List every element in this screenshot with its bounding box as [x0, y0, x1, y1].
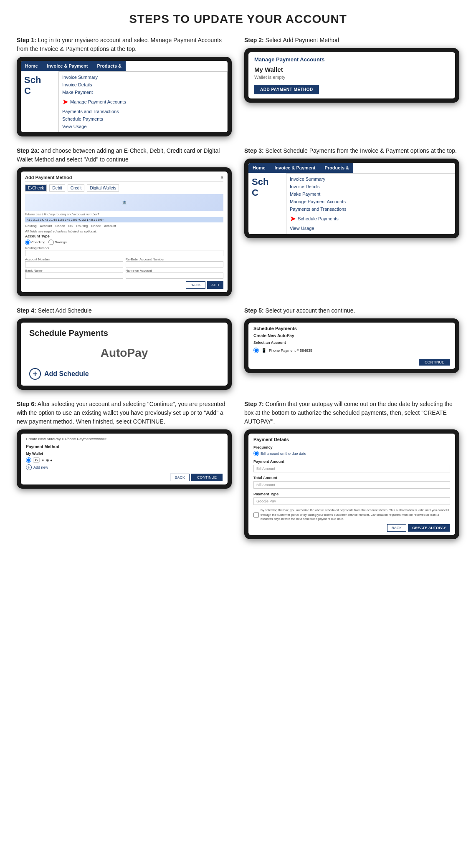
step1-menu-schedule-payments[interactable]: Schedule Payments — [59, 115, 227, 123]
step3-nav-content: Sch C Invoice Summary Invoice Details Ma… — [248, 173, 455, 234]
step7-frequency-section: Frequency Bill amount on the due date — [253, 445, 450, 456]
step2a-routing-field: Routing Number — [25, 246, 223, 256]
step3-block: Step 3: Select Schedule Payments from th… — [244, 146, 459, 296]
step7-authorize-checkbox[interactable] — [253, 508, 259, 522]
step6-add-new[interactable]: + Add new — [26, 464, 223, 470]
step2a-reenter-label: Re-Enter Account Number — [126, 257, 224, 261]
step1-nav-content: Sch C Invoice Summary Invoice Details Ma… — [21, 71, 228, 132]
step2a-account-input[interactable] — [25, 261, 123, 267]
nav-home[interactable]: Home — [21, 61, 42, 71]
step1-menu-make-payment[interactable]: Make Payment — [59, 88, 227, 96]
step2a-reenter-input[interactable] — [126, 261, 224, 267]
step2a-note: All fields are required unless labeled a… — [25, 230, 223, 233]
step5-account-radio[interactable] — [253, 348, 259, 353]
step6-block: Step 6: After selecting your account and… — [17, 400, 232, 539]
step2a-screen-title: Add Payment Method × — [25, 175, 223, 182]
step4-screen-title: Schedule Payments — [29, 328, 219, 338]
step6-back-btn[interactable]: BACK — [170, 474, 190, 481]
step3-left-text2: C — [252, 187, 283, 198]
step4-add-schedule-btn[interactable]: + Add Schedule — [29, 368, 219, 380]
step7-frequency-value: Bill amount on the due date — [253, 451, 450, 456]
step3-menu-view-usage[interactable]: View Usage — [286, 225, 455, 232]
step7-payment-type-section: Payment Type Google Pay — [253, 492, 450, 505]
step7-frequency-radio[interactable] — [253, 451, 259, 456]
step3-nav-products[interactable]: Products & — [320, 163, 353, 173]
step2a-routing-input[interactable] — [25, 250, 223, 256]
step2a-routing-labels: Routing Account Check OK Routing Check A… — [25, 224, 223, 228]
step3-nav-bar: Home Invoice & Payment Products & — [248, 163, 455, 173]
step5-account-option[interactable]: 📱 Phone Payment # 584635 — [253, 346, 450, 355]
step7-total-amount-section: Total Amount Bill Amount — [253, 476, 450, 489]
step1-left-text1: Sch — [24, 75, 55, 86]
tab-debit[interactable]: Debit — [49, 184, 65, 192]
step7-screen-inner: Payment Details Frequency Bill amount on… — [248, 434, 455, 535]
nav-invoice[interactable]: Invoice & Payment — [42, 61, 93, 71]
step7-payment-amount-field[interactable]: Bill Amount — [253, 465, 450, 472]
step2a-name-on-acct-input[interactable] — [126, 273, 224, 279]
step2a-block: Step 2a: and choose between adding an E-… — [17, 146, 232, 296]
step3-menu-invoice-summary[interactable]: Invoice Summary — [286, 175, 455, 183]
step2a-routing-row: Routing Number — [25, 246, 223, 256]
step5-phone-icon: 📱 — [261, 348, 266, 353]
step2a-number-strip: •123123C•321481356•5280•C321481356• — [25, 217, 223, 222]
step2-screen: Manage Payment Accounts My Wallet Wallet… — [244, 48, 459, 103]
step2a-savings-radio[interactable]: Savings — [48, 240, 66, 245]
check-image: 🏦 — [25, 194, 223, 211]
step2-add-payment-btn[interactable]: ADD PAYMENT METHOD — [254, 85, 319, 94]
step2a-account-type: Account Type — [25, 234, 223, 238]
step7-total-amount-field[interactable]: Bill Amount — [253, 481, 450, 489]
step6-screen-inner: Create New AutoPay > Phone Payment######… — [21, 434, 228, 484]
step2a-bank-name-label: Bank Name — [25, 269, 123, 273]
step1-menu-view-usage[interactable]: View Usage — [59, 123, 227, 130]
step6-wallet-option: G ✦ ⊕ ♦ — [26, 457, 223, 463]
step1-screen: Home Invoice & Payment Products & Sch C … — [17, 57, 232, 136]
step3-menu-make-payment[interactable]: Make Payment — [286, 190, 455, 198]
step2a-screen: Add Payment Method × E-Check Debit Credi… — [17, 167, 232, 296]
step4-label: Step 4: Select Add Schedule — [17, 306, 232, 315]
step7-total-amount-label: Total Amount — [253, 476, 450, 480]
step5-continue-btn[interactable]: CONTINUE — [419, 359, 450, 366]
tab-credit[interactable]: Credit — [68, 184, 85, 192]
step2a-close-icon[interactable]: × — [221, 175, 223, 180]
step6-wallet-icons: ✦ ⊕ ♦ — [41, 458, 52, 462]
step3-nav-home[interactable]: Home — [248, 163, 270, 173]
step2a-back-btn[interactable]: BACK — [186, 281, 205, 289]
step1-menu-payments-transactions[interactable]: Payments and Transactions — [59, 108, 227, 115]
step1-menu-invoice-summary[interactable]: Invoice Summary — [59, 73, 227, 81]
step7-create-autopay-btn[interactable]: CREATE AUTOPAY — [408, 524, 450, 532]
step3-nav-invoice[interactable]: Invoice & Payment — [270, 163, 321, 173]
step2a-bank-name-input[interactable] — [25, 273, 123, 279]
step2a-acct-row: Account Number Re-Enter Account Number — [25, 257, 223, 267]
step7-payment-amount-label: Payment Amount — [253, 459, 450, 464]
step1-left-text2: C — [24, 86, 55, 96]
step1-menu-manage-payment[interactable]: ➤Manage Payment Accounts — [59, 96, 227, 108]
step5-select-account: Select an Account — [253, 341, 450, 345]
nav-products[interactable]: Products & — [93, 61, 126, 71]
step2a-btn-row: BACK ADD — [25, 281, 223, 289]
step1-nav-bar: Home Invoice & Payment Products & — [21, 61, 228, 71]
step3-menu-payments-transactions[interactable]: Payments and Transactions — [286, 205, 455, 213]
step6-wallet-radio[interactable] — [26, 457, 31, 463]
step5-create-title: Create New AutoPay — [253, 333, 450, 338]
step2a-add-btn[interactable]: ADD — [207, 281, 223, 289]
step6-breadcrumb: Create New AutoPay > Phone Payment######… — [26, 437, 223, 441]
step4-autopay-label: AutoPay — [29, 346, 219, 360]
step2a-checking-radio[interactable]: Checking — [25, 240, 45, 245]
step3-menu-manage-payment[interactable]: Manage Payment Accounts — [286, 198, 455, 205]
step3-menu-invoice-details[interactable]: Invoice Details — [286, 183, 455, 190]
step2-block: Step 2: Select Add Payment Method Manage… — [244, 36, 459, 136]
step6-continue-btn[interactable]: CONTINUE — [191, 474, 223, 481]
step2-label: Step 2: Select Add Payment Method — [244, 36, 459, 45]
tab-digital-wallets[interactable]: Digital Wallets — [87, 184, 119, 192]
tab-echeck[interactable]: E-Check — [25, 184, 47, 192]
step3-menu-schedule-payments[interactable]: ➤Schedule Payments — [286, 213, 455, 225]
step3-nav-left: Sch C — [248, 173, 286, 234]
step7-back-btn[interactable]: BACK — [387, 524, 407, 532]
step4-screen-inner: Schedule Payments AutoPay + Add Schedule — [21, 323, 228, 386]
step6-gpay-badge: G — [33, 457, 40, 463]
step1-menu-invoice-details[interactable]: Invoice Details — [59, 81, 227, 88]
step2a-account-label: Account Number — [25, 257, 123, 261]
step6-circle-plus-icon: + — [26, 464, 32, 470]
step5-account-label: Phone Payment # 584635 — [269, 348, 312, 353]
step5-block: Step 5: Select your account then continu… — [244, 306, 459, 390]
